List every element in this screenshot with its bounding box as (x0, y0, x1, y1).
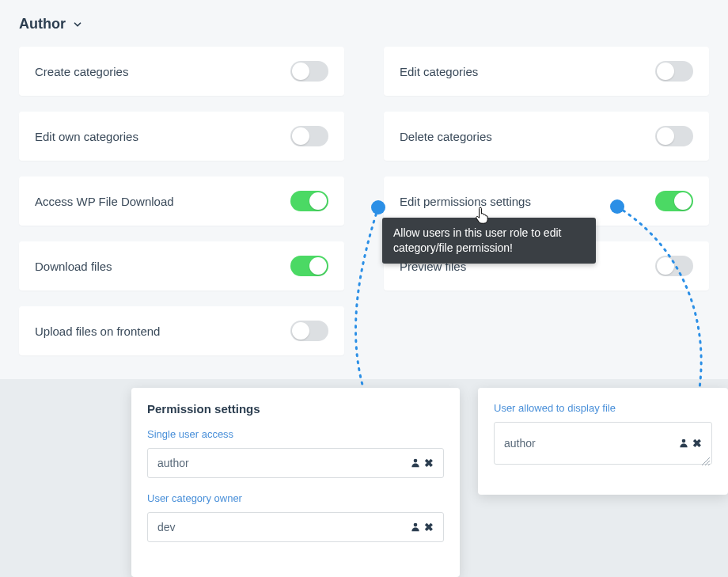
single-user-access-label: Single user access (147, 428, 444, 440)
user-allowed-display-panel: User allowed to display file author ✖ (478, 388, 728, 495)
perm-access-wp-file-download: Access WP File Download (19, 177, 344, 226)
role-label: Author (19, 16, 66, 32)
close-icon[interactable]: ✖ (424, 521, 434, 533)
perm-label: Edit permissions settings (400, 195, 531, 208)
close-icon[interactable]: ✖ (424, 457, 434, 469)
permission-settings-panel: Permission settings Single user access a… (131, 388, 460, 577)
perm-edit-own-categories: Edit own categories (19, 112, 344, 161)
svg-point-0 (414, 459, 418, 463)
perm-download-files: Download files (19, 241, 344, 290)
svg-point-1 (414, 523, 418, 527)
perm-toggle[interactable] (655, 126, 693, 146)
tag-value: author (157, 457, 189, 469)
cursor-hand-icon (475, 206, 491, 228)
panel-title: User allowed to display file (494, 402, 712, 414)
perm-edit-categories: Edit categories (384, 47, 709, 96)
resize-handle-icon[interactable] (702, 454, 710, 462)
perm-label: Delete categories (400, 130, 492, 143)
perm-toggle[interactable] (290, 191, 328, 211)
tag-value: author (504, 437, 536, 450)
perm-toggle[interactable] (290, 321, 328, 341)
perm-toggle[interactable] (290, 256, 328, 276)
perm-toggle[interactable] (290, 126, 328, 146)
close-icon[interactable]: ✖ (692, 437, 702, 450)
svg-point-2 (682, 439, 686, 443)
perm-label: Download files (35, 260, 112, 273)
user-category-owner-label: User category owner (147, 492, 444, 504)
user-category-owner-input[interactable]: dev ✖ (147, 512, 444, 542)
perm-toggle[interactable] (290, 61, 328, 82)
tag-value: dev (157, 521, 176, 533)
perm-label: Create categories (35, 65, 128, 78)
perm-toggle[interactable] (655, 256, 693, 276)
user-allowed-input[interactable]: author ✖ (494, 422, 712, 465)
person-icon (410, 457, 421, 469)
perm-create-categories: Create categories (19, 47, 344, 96)
perm-delete-categories: Delete categories (384, 112, 709, 161)
perm-label: Access WP File Download (35, 195, 174, 208)
person-icon (410, 522, 421, 533)
perm-label: Edit categories (400, 65, 478, 78)
perm-label: Edit own categories (35, 130, 138, 143)
perm-toggle[interactable] (655, 191, 693, 211)
panel-title: Permission settings (147, 402, 444, 416)
person-icon (678, 438, 689, 449)
permissions-grid: Create categories Edit categories Edit o… (19, 47, 709, 355)
permissions-panel: Author Create categories Edit categories… (0, 0, 728, 379)
perm-label: Upload files on frontend (35, 325, 160, 338)
perm-upload-files-frontend: Upload files on frontend (19, 306, 344, 355)
single-user-access-input[interactable]: author ✖ (147, 448, 444, 478)
role-selector[interactable]: Author (19, 16, 709, 32)
chevron-down-icon (72, 19, 83, 30)
perm-toggle[interactable] (655, 61, 693, 82)
